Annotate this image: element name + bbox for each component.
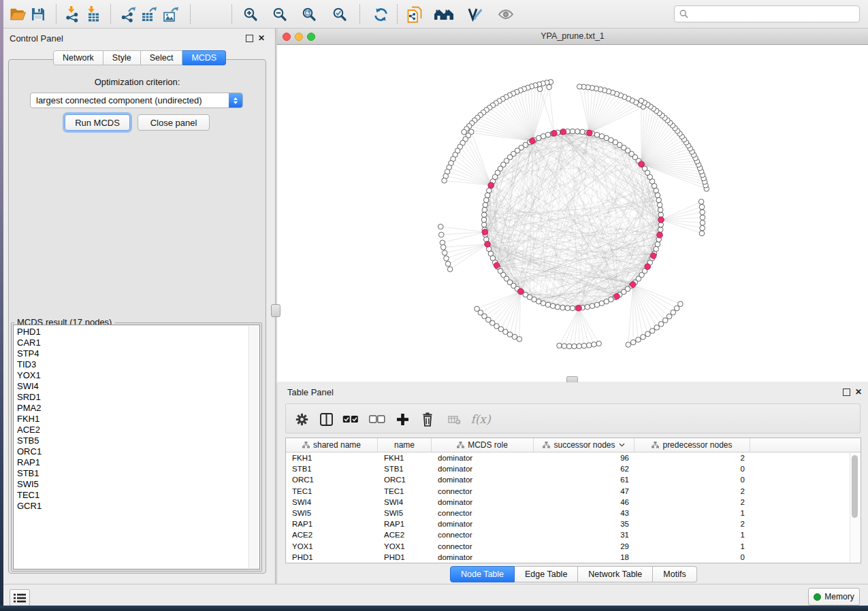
network-node[interactable] [657,202,662,208]
import-network-icon[interactable] [63,5,81,23]
style-editor-icon[interactable] [466,5,484,23]
network-node[interactable] [700,220,705,226]
mcds-list-scrollbar[interactable] [248,326,259,568]
network-node[interactable] [698,199,704,205]
network-node[interactable] [596,341,602,346]
network-node[interactable] [590,303,595,309]
network-node[interactable] [641,334,646,340]
network-node[interactable] [575,129,580,134]
bottom-tab-motifs[interactable]: Motifs [653,566,696,582]
mcds-result-item[interactable]: RAP1 [14,457,248,468]
zoom-out-icon[interactable] [271,5,289,23]
network-node[interactable] [654,246,659,252]
network-hub-node[interactable] [560,129,566,135]
network-node[interactable] [655,193,660,198]
network-hub-node[interactable] [645,264,651,270]
close-panel-icon[interactable]: ✕ [258,34,265,42]
vertical-splitter-handle[interactable] [271,304,280,317]
mcds-result-item[interactable]: SWI5 [14,479,248,490]
table-row[interactable]: RAP1RAP1dominator352 [286,518,861,529]
mcds-result-item[interactable]: PHD1 [14,327,248,337]
network-node[interactable] [581,343,587,348]
delete-column-trash-icon[interactable] [420,412,435,427]
task-history-button[interactable] [10,589,30,606]
table-row[interactable]: TEC1TEC1connector472 [286,486,861,497]
fit-content-icon[interactable] [300,5,318,23]
network-node[interactable] [678,301,684,307]
network-node[interactable] [699,204,705,210]
network-node[interactable] [560,305,566,310]
network-node[interactable] [649,328,655,333]
network-node[interactable] [482,208,487,213]
network-node[interactable] [630,340,636,345]
network-node[interactable] [545,132,551,137]
column-header-name[interactable]: name [378,438,432,452]
close-panel-button[interactable]: Close panel [138,114,210,131]
network-node[interactable] [507,332,513,337]
zoom-selected-icon[interactable] [331,5,349,23]
table-row[interactable]: PHD1PHD1dominator180 [286,552,861,563]
table-panel-close-icon[interactable]: ✕ [855,388,862,396]
network-hub-node[interactable] [630,282,636,288]
network-node[interactable] [481,212,487,218]
show-welcome-screen-icon[interactable] [433,5,455,23]
import-table-icon[interactable] [84,5,102,23]
network-node[interactable] [699,231,705,236]
network-node[interactable] [442,250,447,256]
mcds-result-item[interactable]: ACE2 [14,425,248,435]
mcds-result-item[interactable]: STB1 [14,468,248,479]
apply-preferred-layout-icon[interactable] [372,5,389,23]
search-input[interactable] [692,9,854,20]
mcds-result-item[interactable]: TID3 [14,359,248,370]
control-tab-network[interactable]: Network [53,50,103,65]
run-mcds-button[interactable]: Run MCDS [65,114,130,131]
network-hub-node[interactable] [614,293,620,299]
network-node[interactable] [594,132,600,137]
column-header-successor-nodes[interactable]: successor nodes [534,438,634,452]
open-file-icon[interactable] [9,5,27,23]
memory-button[interactable]: Memory [808,588,860,606]
network-node[interactable] [557,343,562,348]
network-node[interactable] [481,222,487,227]
table-row[interactable]: SWI4SWI4dominator462 [286,497,861,508]
network-node[interactable] [658,208,663,213]
network-node[interactable] [485,193,490,198]
network-node[interactable] [438,232,444,237]
network-node[interactable] [517,337,522,342]
mcds-result-item[interactable]: STB5 [14,435,248,446]
deselect-all-icon[interactable] [368,412,386,427]
network-node[interactable] [655,242,660,247]
network-node[interactable] [658,227,663,233]
network-node[interactable] [545,302,551,308]
network-node[interactable] [562,344,567,349]
network-node[interactable] [486,188,492,193]
network-node[interactable] [570,129,575,134]
mcds-result-item[interactable]: PMA2 [14,403,248,414]
mcds-result-item[interactable]: GCR1 [14,501,248,512]
network-node[interactable] [447,267,453,272]
table-row[interactable]: FKH1FKH1dominator962 [286,452,861,463]
network-hub-node[interactable] [551,131,558,137]
network-node[interactable] [572,344,577,349]
network-hub-node[interactable] [488,182,494,188]
network-node[interactable] [700,210,705,215]
network-node[interactable] [580,129,585,135]
network-node[interactable] [592,342,597,348]
table-row[interactable]: STB1STB1dominator620 [286,463,861,474]
network-node[interactable] [674,306,679,311]
network-node[interactable] [445,261,451,267]
network-node[interactable] [599,133,605,139]
mcds-result-item[interactable]: SRD1 [14,392,248,403]
network-node[interactable] [483,202,488,208]
select-all-icon[interactable] [342,412,359,427]
network-hub-node[interactable] [657,232,663,238]
network-node[interactable] [700,215,705,220]
control-tab-style[interactable]: Style [103,50,141,65]
mcds-result-item[interactable]: YOX1 [14,370,248,381]
mcds-result-item[interactable]: ORC1 [14,446,248,457]
network-node[interactable] [547,84,552,90]
control-tab-select[interactable]: Select [141,50,183,65]
column-header-predecessor-nodes[interactable]: predecessor nodes [634,438,750,452]
search-field[interactable] [674,5,860,22]
bottom-tab-edge-table[interactable]: Edge Table [515,566,578,582]
